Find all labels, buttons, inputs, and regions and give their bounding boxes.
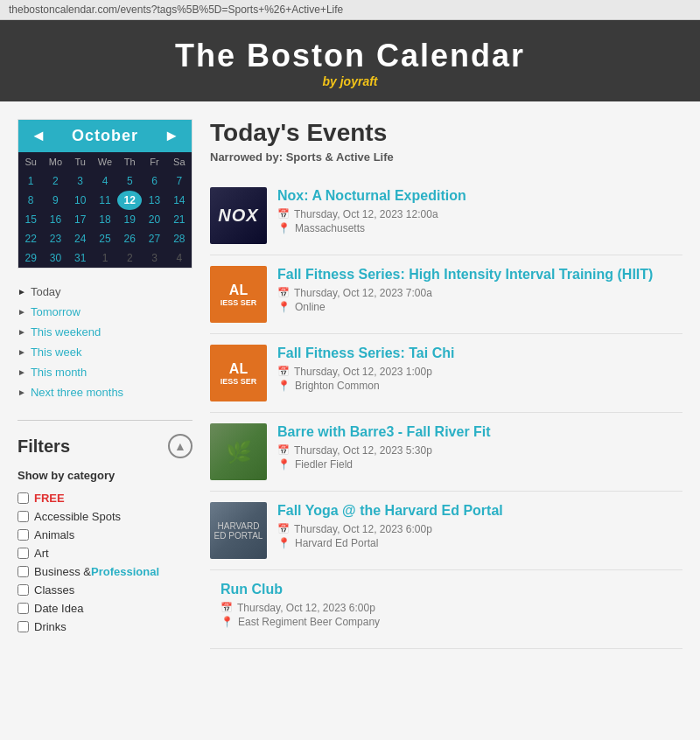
- calendar-week-row: 2930311234: [18, 248, 192, 268]
- event-location: 📍East Regiment Beer Company: [220, 616, 682, 628]
- event-thumbnail: ALIESS SER: [210, 266, 267, 323]
- quick-nav-item: ►This weekend: [18, 322, 192, 342]
- calendar-day-cell[interactable]: 5: [117, 171, 142, 191]
- event-datetime-text: Thursday, Oct 12, 2023 1:00p: [294, 366, 432, 378]
- quick-nav-link[interactable]: This weekend: [31, 325, 101, 339]
- calendar-meta-icon: 📅: [277, 366, 290, 377]
- calendar-day-cell[interactable]: 3: [142, 248, 166, 268]
- filter-item: Drinks: [18, 618, 192, 636]
- filter-checkbox[interactable]: [18, 492, 29, 504]
- event-title-link[interactable]: Fall Yoga @ the Harvard Ed Portal: [277, 503, 503, 518]
- content-title: Today's Events: [210, 119, 682, 147]
- quick-nav-link[interactable]: Next three months: [31, 386, 123, 399]
- event-location: 📍Harvard Ed Portal: [277, 537, 682, 549]
- calendar-day-cell[interactable]: 10: [68, 191, 93, 210]
- event-title-link[interactable]: Fall Fitness Series: High Intensity Inte…: [277, 267, 653, 282]
- address-bar: thebostoncalendar.com/events?tags%5B%5D=…: [0, 0, 700, 20]
- calendar-day-cell[interactable]: 11: [93, 191, 117, 210]
- quick-nav-link[interactable]: This month: [31, 366, 87, 379]
- filter-item: Art: [18, 544, 192, 562]
- calendar-weekdays-row: SuMoTuWeThFrSa: [18, 152, 192, 171]
- filter-item: Business & Professional: [18, 562, 192, 581]
- event-title-link[interactable]: Run Club: [220, 582, 283, 597]
- calendar-meta-icon: 📅: [277, 287, 290, 298]
- calendar-day-cell[interactable]: 31: [68, 248, 93, 268]
- event-datetime: 📅Thursday, Oct 12, 2023 7:00a: [277, 287, 682, 299]
- filters-header: Filters ▲: [18, 434, 192, 458]
- event-title-link[interactable]: Fall Fitness Series: Tai Chi: [277, 346, 454, 360]
- quick-nav-item: ►This week: [18, 342, 192, 362]
- filter-checkbox[interactable]: [18, 603, 29, 614]
- site-title: The Boston Calendar: [9, 38, 691, 74]
- calendar-day-cell[interactable]: 15: [18, 210, 43, 229]
- filter-checkbox[interactable]: [18, 621, 29, 632]
- calendar-day-cell[interactable]: 6: [142, 171, 166, 191]
- main-container: ◄ October ► SuMoTuWeThFrSa 1234567891011…: [0, 101, 700, 667]
- calendar-day-cell[interactable]: 19: [117, 210, 142, 229]
- filter-checkbox[interactable]: [18, 584, 29, 596]
- event-thumbnail: HARVARD ED PORTAL: [210, 502, 267, 559]
- narrowed-by-label: Narrowed by:: [210, 150, 283, 164]
- calendar-day-cell[interactable]: 18: [93, 210, 117, 229]
- event-datetime-text: Thursday, Oct 12, 2023 6:00p: [237, 602, 375, 614]
- calendar-prev-button[interactable]: ◄: [27, 127, 50, 145]
- calendar-next-button[interactable]: ►: [160, 127, 183, 145]
- calendar-week-row: 15161718192021: [18, 210, 192, 229]
- quick-nav-link[interactable]: Tomorrow: [31, 305, 80, 318]
- calendar-grid: SuMoTuWeThFrSa 1234567891011121314151617…: [18, 152, 192, 268]
- filters-title: Filters: [18, 436, 70, 457]
- calendar-day-cell[interactable]: 12: [117, 191, 142, 210]
- nav-arrow-icon: ►: [18, 327, 26, 337]
- calendar-day-cell[interactable]: 9: [43, 191, 67, 210]
- nav-arrow-icon: ►: [18, 307, 26, 317]
- filter-checkbox[interactable]: [18, 511, 29, 522]
- event-location: 📍Fiedler Field: [277, 458, 682, 471]
- sidebar: ◄ October ► SuMoTuWeThFrSa 1234567891011…: [18, 119, 192, 649]
- quick-nav-active-label: Today: [31, 285, 61, 298]
- quick-nav-link[interactable]: This week: [31, 346, 82, 359]
- calendar-meta-icon: 📅: [277, 523, 290, 534]
- calendar-meta-icon: 📅: [277, 444, 290, 456]
- location-icon: 📍: [277, 301, 290, 313]
- calendar-day-cell[interactable]: 13: [142, 191, 166, 210]
- filter-checkbox[interactable]: [18, 548, 29, 559]
- calendar-day-cell[interactable]: 17: [68, 210, 93, 229]
- filter-checkbox[interactable]: [18, 529, 29, 541]
- calendar-day-cell[interactable]: 4: [93, 171, 117, 191]
- calendar-day-cell[interactable]: 1: [18, 171, 43, 191]
- calendar-day-cell[interactable]: 28: [167, 229, 192, 248]
- calendar-day-cell[interactable]: 2: [43, 171, 67, 191]
- calendar-weekday-header: Sa: [167, 152, 192, 171]
- calendar-day-cell[interactable]: 26: [117, 229, 142, 248]
- calendar-day-cell[interactable]: 27: [142, 229, 166, 248]
- calendar-day-cell[interactable]: 29: [18, 248, 43, 268]
- filter-free-label: FREE: [34, 492, 65, 505]
- calendar-weekday-header: Su: [18, 152, 43, 171]
- calendar-day-cell[interactable]: 22: [18, 229, 43, 248]
- calendar-day-cell[interactable]: 1: [93, 248, 117, 268]
- filters-toggle-button[interactable]: ▲: [168, 434, 192, 458]
- calendar-day-cell[interactable]: 24: [68, 229, 93, 248]
- calendar-weekday-header: Fr: [142, 152, 166, 171]
- event-title-link[interactable]: Nox: A Nocturnal Expedition: [277, 188, 466, 203]
- quick-nav-item: ►Today: [18, 282, 192, 302]
- calendar-day-cell[interactable]: 14: [167, 191, 192, 210]
- event-title-link[interactable]: Barre with Barre3 - Fall River Fit: [277, 424, 491, 439]
- calendar-day-cell[interactable]: 16: [43, 210, 67, 229]
- url-text: thebostoncalendar.com/events?tags%5B%5D=…: [9, 3, 343, 16]
- event-location: 📍Online: [277, 301, 682, 313]
- calendar-day-cell[interactable]: 25: [93, 229, 117, 248]
- calendar-day-cell[interactable]: 20: [142, 210, 166, 229]
- calendar-day-cell[interactable]: 4: [167, 248, 192, 268]
- calendar-day-cell[interactable]: 23: [43, 229, 67, 248]
- calendar-day-cell[interactable]: 8: [18, 191, 43, 210]
- calendar-day-cell[interactable]: 7: [167, 171, 192, 191]
- filter-checkbox[interactable]: [18, 566, 29, 577]
- calendar-day-cell[interactable]: 3: [68, 171, 93, 191]
- calendar-day-cell[interactable]: 21: [167, 210, 192, 229]
- location-icon: 📍: [277, 222, 290, 234]
- calendar-day-cell[interactable]: 2: [117, 248, 142, 268]
- location-icon: 📍: [277, 380, 290, 392]
- quick-nav-item: ►Next three months: [18, 382, 192, 402]
- calendar-day-cell[interactable]: 30: [43, 248, 67, 268]
